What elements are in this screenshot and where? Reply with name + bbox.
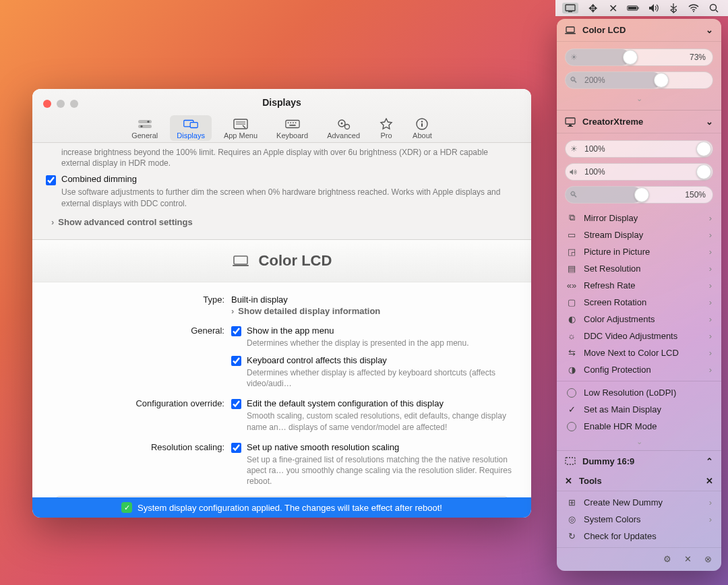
power-icon[interactable]: ⊗ bbox=[702, 553, 713, 564]
menu-item-updates[interactable]: ↻Check for Updates bbox=[557, 528, 721, 545]
menubar-search-icon[interactable] bbox=[708, 2, 720, 14]
chevron-down-icon: ⌄ bbox=[706, 25, 713, 35]
menu-item-label: Picture in Picture bbox=[584, 247, 650, 257]
chevron-right-icon: › bbox=[709, 247, 712, 257]
svg-rect-3 bbox=[628, 7, 636, 9]
zoom-slider-d2[interactable]: 🔍︎ 150% bbox=[565, 186, 713, 204]
panel-d1-name: Color LCD bbox=[582, 25, 626, 35]
menu-item-syscolors[interactable]: ◎System Colors› bbox=[557, 511, 721, 528]
zoom-d2-value: 150% bbox=[685, 190, 706, 199]
panel-header-dummy[interactable]: Dummy 16:9 ⌃ bbox=[557, 451, 721, 471]
tab-app-menu[interactable]: App Menu bbox=[217, 115, 264, 141]
chevron-right-icon: › bbox=[709, 280, 712, 290]
menubar-tools-icon[interactable]: ✕ bbox=[607, 2, 619, 14]
menu-section-display-actions: ⧉Mirror Display›▭Stream Display›◲Picture… bbox=[557, 206, 721, 381]
menu-item-setres[interactable]: ▤Set Resolution› bbox=[557, 260, 721, 277]
gear-icon[interactable]: ⚙︎ bbox=[662, 553, 673, 564]
menubar-wifi-icon[interactable] bbox=[688, 2, 700, 14]
resolution-scaling-label: Resolution scaling: bbox=[46, 442, 231, 494]
menu-item-label: DDC Video Adjustments bbox=[584, 331, 677, 341]
expand-caret-d1[interactable]: ⌄ bbox=[565, 94, 713, 107]
expand-caret-d2[interactable]: ⌄ bbox=[557, 437, 721, 450]
rotate-icon: ▢ bbox=[566, 297, 577, 307]
chevron-right-icon: › bbox=[709, 264, 712, 274]
chevron-right-icon: › bbox=[709, 314, 712, 324]
menu-item-label: Enable HDR Mode bbox=[584, 421, 657, 431]
svg-rect-28 bbox=[421, 123, 423, 127]
menubar-battery-icon[interactable] bbox=[627, 2, 639, 14]
menu-item-rotation[interactable]: ▢Screen Rotation› bbox=[557, 294, 721, 311]
menu-item-stream[interactable]: ▭Stream Display› bbox=[557, 226, 721, 243]
menubar-display-icon[interactable] bbox=[562, 3, 578, 13]
mirror-icon: ⧉ bbox=[566, 212, 577, 223]
svg-point-21 bbox=[295, 122, 296, 123]
tab-general[interactable]: General bbox=[125, 115, 164, 141]
menu-item-hdr[interactable]: Enable HDR Mode bbox=[557, 418, 721, 435]
panel-header-color-lcd[interactable]: Color LCD ⌄ bbox=[557, 19, 721, 42]
brightness-d2-value: 100% bbox=[584, 144, 605, 154]
menu-item-label: Low Resolution (LoDPI) bbox=[584, 388, 676, 398]
brightness-slider-d2[interactable]: ☀︎ 100% bbox=[565, 140, 713, 158]
chevron-right-icon: › bbox=[709, 497, 712, 507]
menubar-dropbox-icon[interactable]: ✥ bbox=[586, 2, 599, 14]
native-scaling-checkbox[interactable] bbox=[231, 443, 241, 453]
keyboard-control-checkbox[interactable] bbox=[231, 356, 241, 366]
monitor-icon bbox=[565, 117, 576, 127]
menu-item-main[interactable]: ✓Set as Main Display bbox=[557, 401, 721, 418]
config-override-label: Configuration override: bbox=[46, 398, 231, 439]
tab-pro[interactable]: Pro bbox=[372, 115, 400, 141]
pip-icon: ◲ bbox=[566, 247, 577, 257]
menu-item-mirror[interactable]: ⧉Mirror Display› bbox=[557, 209, 721, 226]
show-advanced-control-disclosure[interactable]: Show advanced control settings bbox=[51, 217, 518, 227]
tab-about[interactable]: About bbox=[406, 115, 439, 141]
svg-point-5 bbox=[693, 11, 694, 12]
svg-line-7 bbox=[716, 10, 718, 12]
menu-item-label: System Colors bbox=[584, 514, 641, 524]
lodpi-icon bbox=[566, 388, 577, 398]
menu-item-lodpi[interactable]: Low Resolution (LoDPI) bbox=[557, 384, 721, 401]
menu-item-ddc[interactable]: ☼DDC Video Adjustments› bbox=[557, 328, 721, 344]
menu-panel: Color LCD ⌄ ☀︎ 73% 🔍︎ 200% ⌄ CreatorXtre… bbox=[557, 19, 721, 571]
close-icon[interactable]: ✕ bbox=[706, 476, 713, 486]
reload-icon: ↻ bbox=[566, 531, 577, 541]
general-label: General: bbox=[46, 326, 231, 396]
tab-displays[interactable]: Displays bbox=[170, 115, 212, 141]
menu-item-refresh[interactable]: «»Refresh Rate› bbox=[557, 277, 721, 294]
svg-rect-17 bbox=[286, 121, 299, 128]
combined-dimming-label: Combined dimming bbox=[61, 174, 137, 184]
menu-item-label: Set as Main Display bbox=[584, 404, 661, 414]
menu-item-protect[interactable]: ◑Config Protection› bbox=[557, 361, 721, 378]
panel-header-creatorxtreme[interactable]: CreatorXtreme ⌄ bbox=[557, 111, 721, 133]
chevron-right-icon: › bbox=[709, 213, 712, 223]
native-scaling-label: Set up native smooth resolution scaling bbox=[247, 442, 399, 452]
volume-slider-d2[interactable]: 🔊︎ 100% bbox=[565, 163, 713, 181]
volume-d2-value: 100% bbox=[584, 167, 605, 177]
tab-advanced[interactable]: Advanced bbox=[320, 115, 367, 141]
tab-keyboard[interactable]: Keyboard bbox=[270, 115, 315, 141]
svg-rect-13 bbox=[190, 123, 198, 128]
keyboard-control-desc: Determines whether display is affected b… bbox=[247, 367, 518, 389]
hdr-icon bbox=[566, 422, 577, 431]
menu-item-movenext[interactable]: ⇆Move Next to Color LCD› bbox=[557, 344, 721, 361]
toolbar: General Displays App Menu Keyboard Advan… bbox=[32, 115, 531, 141]
panel-header-tools[interactable]: ✕ Tools ✕ bbox=[557, 471, 721, 491]
zoom-slider-d1[interactable]: 🔍︎ 200% bbox=[565, 71, 713, 89]
edit-config-checkbox[interactable] bbox=[231, 399, 241, 409]
menu-item-label: Set Resolution bbox=[584, 264, 641, 274]
menubar-bluetooth-icon[interactable] bbox=[667, 2, 679, 14]
show-detailed-info-disclosure[interactable]: Show detailed display information bbox=[231, 306, 518, 316]
palette-icon: ◐ bbox=[566, 314, 577, 324]
menu-item-pip[interactable]: ◲Picture in Picture› bbox=[557, 243, 721, 260]
menu-item-newdummy[interactable]: ⊞Create New Dummy› bbox=[557, 494, 721, 511]
svg-rect-22 bbox=[289, 125, 295, 126]
speaker-icon: 🔊︎ bbox=[566, 167, 582, 177]
drop-icon: ◎ bbox=[566, 514, 577, 524]
wrench-icon[interactable]: ✕ bbox=[682, 553, 693, 564]
menubar-volume-icon[interactable] bbox=[647, 2, 659, 14]
menu-item-coloradj[interactable]: ◐Color Adjustments› bbox=[557, 311, 721, 328]
brightness-d1-value: 73% bbox=[690, 53, 706, 62]
brightness-slider-d1[interactable]: ☀︎ 73% bbox=[565, 49, 713, 66]
combined-dimming-checkbox[interactable] bbox=[46, 175, 56, 185]
show-in-menu-checkbox[interactable] bbox=[231, 326, 241, 336]
svg-point-10 bbox=[147, 121, 149, 123]
